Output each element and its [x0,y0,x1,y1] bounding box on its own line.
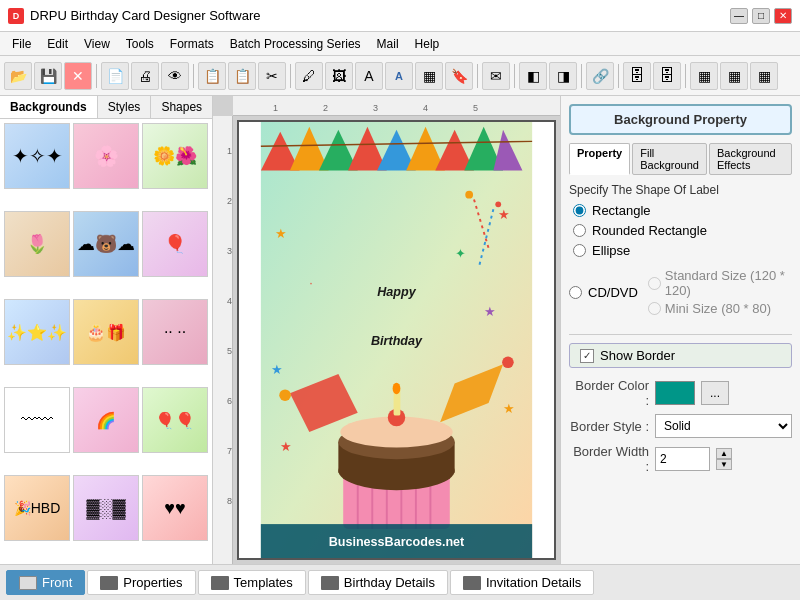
tb-paste[interactable]: 📋 [198,62,226,90]
bg-thumb-7[interactable]: ✨⭐✨ [4,299,70,365]
menu-batch[interactable]: Batch Processing Series [222,35,369,53]
svg-marker-3 [319,130,358,171]
tb-save[interactable]: 💾 [34,62,62,90]
tab-backgrounds[interactable]: Backgrounds [0,96,98,118]
bg-thumb-10[interactable]: 〰〰 [4,387,70,453]
svg-marker-7 [435,130,474,171]
bottom-birthday-button[interactable]: Birthday Details [308,570,448,595]
tb-copy[interactable]: 📋 [228,62,256,90]
bg-thumb-8[interactable]: 🎂🎁 [73,299,139,365]
radio-ellipse[interactable]: Ellipse [573,243,792,258]
bg-thumb-14[interactable]: ▓░▓ [73,475,139,541]
tb-cut[interactable]: ✂ [258,62,286,90]
tb-preview[interactable]: 👁 [161,62,189,90]
border-style-row: Border Style : Solid Dashed Dotted Doubl… [569,414,792,438]
bg-thumb-13[interactable]: 🎉HBD [4,475,70,541]
menu-tools[interactable]: Tools [118,35,162,53]
maximize-button[interactable]: □ [752,8,770,24]
window-controls: — □ ✕ [730,8,792,24]
menu-view[interactable]: View [76,35,118,53]
tb-grid2[interactable]: ▦ [720,62,748,90]
tab-property[interactable]: Property [569,143,630,175]
minimize-button[interactable]: — [730,8,748,24]
bg-thumb-12[interactable]: 🎈🎈 [142,387,208,453]
bg-thumb-1[interactable]: ✦✧✦ [4,123,70,189]
tb-text[interactable]: A [355,62,383,90]
radio-rectangle-input[interactable] [573,204,586,217]
tb-image[interactable]: 🖼 [325,62,353,90]
tb-grid3[interactable]: ▦ [750,62,778,90]
show-border-button[interactable]: ✓ Show Border [569,343,792,368]
radio-rounded-rect[interactable]: Rounded Rectangle [573,223,792,238]
tb-bookmark[interactable]: 🔖 [445,62,473,90]
bottom-properties-button[interactable]: Properties [87,570,195,595]
tb-db2[interactable]: 🗄 [653,62,681,90]
bg-thumb-5[interactable]: ☁🐻☁ [73,211,139,277]
border-style-select[interactable]: Solid Dashed Dotted Double [655,414,792,438]
cd-standard[interactable]: Standard Size (120 * 120) [648,268,792,298]
svg-text:★: ★ [484,305,496,319]
app-icon: D [8,8,24,24]
tb-mail[interactable]: ✉ [482,62,510,90]
cd-standard-input[interactable] [648,277,661,290]
bottom-invitation-button[interactable]: Invitation Details [450,570,594,595]
show-border-container: ✓ Show Border [569,343,792,368]
radio-rounded-label: Rounded Rectangle [592,223,707,238]
radio-cddvd[interactable]: CD/DVD [569,285,638,300]
tb-align-right[interactable]: ◨ [549,62,577,90]
menu-help[interactable]: Help [407,35,448,53]
tb-draw[interactable]: 🖊 [295,62,323,90]
bg-thumb-11[interactable]: 🌈 [73,387,139,453]
radio-ellipse-input[interactable] [573,244,586,257]
svg-text:★: ★ [280,440,292,454]
bg-thumb-9[interactable]: ·· ·· [142,299,208,365]
border-color-picker-button[interactable]: ... [701,381,729,405]
tab-fill-background[interactable]: Fill Background [632,143,707,175]
tb-link[interactable]: 🔗 [586,62,614,90]
radio-rounded-input[interactable] [573,224,586,237]
background-grid: ✦✧✦ 🌸 🌼🌺 🌷 ☁🐻☁ 🎈 ✨⭐✨ 🎂🎁 ·· ·· 〰〰 🌈 🎈🎈 🎉H… [0,119,212,564]
spin-up-button[interactable]: ▲ [716,448,732,459]
svg-marker-23 [290,374,358,432]
bottom-templates-button[interactable]: Templates [198,570,306,595]
bg-property-button[interactable]: Background Property [569,104,792,135]
menu-bar: File Edit View Tools Formats Batch Proce… [0,32,800,56]
birthday-card[interactable]: ★ ★ ★ ★ ★ ★ ✦ · [237,120,556,560]
tab-shapes[interactable]: Shapes [151,96,213,118]
bottom-birthday-label: Birthday Details [344,575,435,590]
bg-thumb-3[interactable]: 🌼🌺 [142,123,208,189]
bg-thumb-4[interactable]: 🌷 [4,211,70,277]
bottom-front-button[interactable]: Front [6,570,85,595]
canvas-area[interactable]: 1 2 3 4 5 1 2 3 4 5 6 7 8 [213,96,560,564]
show-border-checkbox[interactable]: ✓ [580,349,594,363]
tb-barcode[interactable]: ▦ [415,62,443,90]
panel-tabs: Backgrounds Styles Shapes [0,96,212,119]
spin-down-button[interactable]: ▼ [716,459,732,470]
tb-close[interactable]: ✕ [64,62,92,90]
menu-formats[interactable]: Formats [162,35,222,53]
bg-thumb-2[interactable]: 🌸 [73,123,139,189]
radio-cd-input[interactable] [569,286,582,299]
tb-grid1[interactable]: ▦ [690,62,718,90]
tb-align-left[interactable]: ◧ [519,62,547,90]
tb-new[interactable]: 📄 [101,62,129,90]
menu-file[interactable]: File [4,35,39,53]
border-color-swatch[interactable] [655,381,695,405]
border-width-input[interactable] [655,447,710,471]
cd-mini[interactable]: Mini Size (80 * 80) [648,301,792,316]
tb-print[interactable]: 🖨 [131,62,159,90]
close-button[interactable]: ✕ [774,8,792,24]
bg-thumb-6[interactable]: 🎈 [142,211,208,277]
bg-thumb-15[interactable]: ♥♥ [142,475,208,541]
menu-edit[interactable]: Edit [39,35,76,53]
tb-wordart[interactable]: A [385,62,413,90]
cd-mini-input[interactable] [648,302,661,315]
menu-mail[interactable]: Mail [369,35,407,53]
svg-text:★: ★ [275,227,287,241]
tab-styles[interactable]: Styles [98,96,152,118]
tab-bg-effects[interactable]: Background Effects [709,143,792,175]
tb-open[interactable]: 📂 [4,62,32,90]
radio-rectangle[interactable]: Rectangle [573,203,792,218]
svg-marker-2 [290,127,329,171]
tb-db[interactable]: 🗄 [623,62,651,90]
